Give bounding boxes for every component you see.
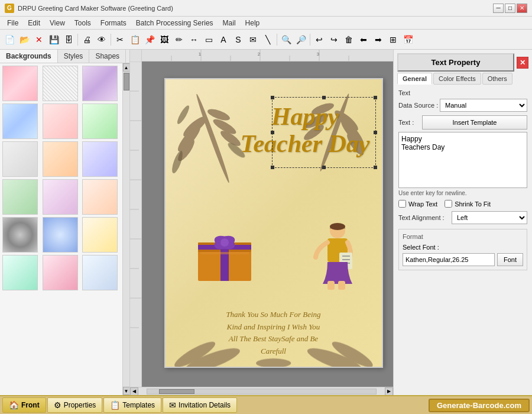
handle-bl bbox=[271, 166, 274, 169]
svg-point-52 bbox=[330, 223, 345, 230]
tb-arrow[interactable]: ↔ bbox=[187, 33, 201, 47]
card-inner: Happy Teacher Day bbox=[166, 79, 382, 367]
front-icon: 🏠 bbox=[9, 400, 19, 410]
tb-mail[interactable]: ✉ bbox=[246, 33, 260, 47]
tab-front[interactable]: 🏠 Front bbox=[2, 397, 46, 413]
hint-text: Use enter key for newline. bbox=[398, 190, 527, 196]
thumbnail-item[interactable] bbox=[2, 255, 38, 290]
menu-edit[interactable]: Edit bbox=[23, 18, 45, 28]
data-source-select[interactable]: Manual Database bbox=[440, 99, 527, 112]
scroll-thumb[interactable] bbox=[124, 73, 129, 90]
tab-color-effects[interactable]: Color Effects bbox=[433, 73, 481, 85]
svg-rect-50 bbox=[200, 252, 249, 254]
tb-open[interactable]: 📂 bbox=[17, 33, 31, 47]
tb-zoom-in[interactable]: 🔍 bbox=[279, 33, 293, 47]
tb-cut[interactable]: ✂ bbox=[113, 33, 127, 47]
tab-shapes[interactable]: Shapes bbox=[89, 50, 126, 63]
tb-shape[interactable]: ▭ bbox=[202, 33, 216, 47]
thumbnail-item[interactable] bbox=[43, 66, 78, 101]
menu-help[interactable]: Help bbox=[241, 18, 265, 28]
wrap-text-checkbox[interactable] bbox=[398, 200, 406, 208]
tb-draw[interactable]: ✏ bbox=[172, 33, 186, 47]
menu-mail[interactable]: Mail bbox=[218, 18, 241, 28]
thumbnail-item[interactable] bbox=[43, 217, 78, 253]
tb-delete[interactable]: 🗑 bbox=[342, 33, 356, 47]
thumbnail-item[interactable] bbox=[82, 179, 118, 215]
tab-backgrounds[interactable]: Backgrounds bbox=[0, 50, 58, 63]
properties-icon: ⚙ bbox=[54, 400, 61, 410]
tab-general[interactable]: General bbox=[397, 73, 432, 85]
barcode-label: Generate-Barcode.com bbox=[429, 399, 530, 412]
scroll-down[interactable]: ▼ bbox=[123, 387, 130, 395]
menu-tools[interactable]: Tools bbox=[70, 18, 96, 28]
tb-copy[interactable]: 📋 bbox=[128, 33, 142, 47]
close-btn[interactable]: ✕ bbox=[517, 4, 527, 13]
menu-batch[interactable]: Batch Processing Series bbox=[131, 18, 218, 28]
tb-save2[interactable]: 🗄 bbox=[61, 33, 76, 47]
thumbnail-item[interactable] bbox=[2, 66, 38, 101]
horizontal-scrollbar[interactable]: ◀ ▶ bbox=[130, 387, 393, 395]
tb-print[interactable]: 🖨 bbox=[80, 33, 94, 47]
insert-template-btn[interactable]: Insert Template bbox=[422, 115, 527, 130]
scroll-bar: ▲ ▼ bbox=[122, 63, 129, 395]
alignment-select[interactable]: Left Center Right Justify bbox=[452, 211, 527, 224]
thumbnails-area bbox=[0, 63, 122, 395]
tb-redo[interactable]: ↪ bbox=[327, 33, 341, 47]
scroll-left-btn[interactable]: ◀ bbox=[130, 387, 138, 396]
tb-forward[interactable]: ➡ bbox=[371, 33, 385, 47]
scroll-right-btn[interactable]: ▶ bbox=[385, 387, 393, 396]
thumbnail-item[interactable] bbox=[43, 255, 78, 290]
tb-line[interactable]: ╲ bbox=[261, 33, 275, 47]
right-panel: Text Property ✕ General Color Effects Ot… bbox=[393, 50, 532, 395]
minimize-btn[interactable]: ─ bbox=[493, 4, 504, 13]
thumbnail-item[interactable] bbox=[2, 179, 38, 215]
scroll-track[interactable] bbox=[147, 389, 377, 394]
tb-new[interactable]: 📄 bbox=[2, 33, 17, 47]
scroll-up[interactable]: ▲ bbox=[123, 63, 130, 72]
thumbnail-item[interactable] bbox=[2, 217, 38, 253]
canvas-area[interactable]: Happy Teacher Day bbox=[142, 62, 393, 387]
tb-undo[interactable]: ↩ bbox=[312, 33, 326, 47]
close-panel-btn[interactable]: ✕ bbox=[517, 57, 528, 69]
menu-view[interactable]: View bbox=[45, 18, 70, 28]
thumbnail-item[interactable] bbox=[2, 104, 38, 139]
handle-tl bbox=[271, 96, 274, 99]
thumbnail-item[interactable] bbox=[43, 104, 78, 139]
maximize-btn[interactable]: □ bbox=[505, 4, 515, 13]
tb-text[interactable]: A bbox=[216, 33, 231, 47]
tb-close[interactable]: ✕ bbox=[32, 33, 46, 47]
greeting-card[interactable]: Happy Teacher Day bbox=[164, 78, 383, 368]
thumbnail-item[interactable] bbox=[43, 179, 78, 215]
tb-zoom-out[interactable]: 🔎 bbox=[294, 33, 308, 47]
select-font-label: Select Font : bbox=[403, 244, 523, 251]
thumbnail-item[interactable] bbox=[82, 141, 118, 177]
tb-preview[interactable]: 👁 bbox=[95, 33, 109, 47]
text-content-area[interactable]: Happy Teachers Day bbox=[398, 132, 527, 188]
tb-img[interactable]: 🖼 bbox=[157, 33, 171, 47]
scroll-thumb-h[interactable] bbox=[159, 389, 194, 394]
menu-formats[interactable]: Formats bbox=[96, 18, 131, 28]
thumbnail-item[interactable] bbox=[82, 255, 118, 290]
shrink-to-fit-checkbox[interactable] bbox=[445, 200, 452, 208]
tb-wordart[interactable]: S bbox=[231, 33, 245, 47]
thumbnail-item[interactable] bbox=[43, 141, 78, 177]
font-input[interactable] bbox=[403, 253, 495, 266]
thumbnail-item[interactable] bbox=[82, 104, 118, 139]
tab-invitation[interactable]: ✉ Invitation Details bbox=[163, 397, 237, 413]
tab-others[interactable]: Others bbox=[482, 73, 512, 85]
tb-back[interactable]: ⬅ bbox=[356, 33, 371, 47]
svg-point-28 bbox=[175, 104, 191, 125]
tab-templates[interactable]: 📋 Templates bbox=[103, 397, 161, 413]
tb-calendar[interactable]: 📅 bbox=[401, 33, 415, 47]
tb-paste[interactable]: 📌 bbox=[142, 33, 157, 47]
svg-point-49 bbox=[220, 238, 229, 247]
tb-save[interactable]: 💾 bbox=[47, 33, 61, 47]
thumbnail-item[interactable] bbox=[82, 66, 118, 101]
thumbnail-item[interactable] bbox=[82, 217, 118, 253]
tab-properties[interactable]: ⚙ Properties bbox=[47, 397, 103, 413]
tab-styles[interactable]: Styles bbox=[58, 50, 90, 63]
thumbnail-item[interactable] bbox=[2, 141, 38, 177]
menu-file[interactable]: File bbox=[2, 18, 23, 28]
font-button[interactable]: Font bbox=[497, 253, 523, 266]
tb-grid[interactable]: ⊞ bbox=[386, 33, 400, 47]
